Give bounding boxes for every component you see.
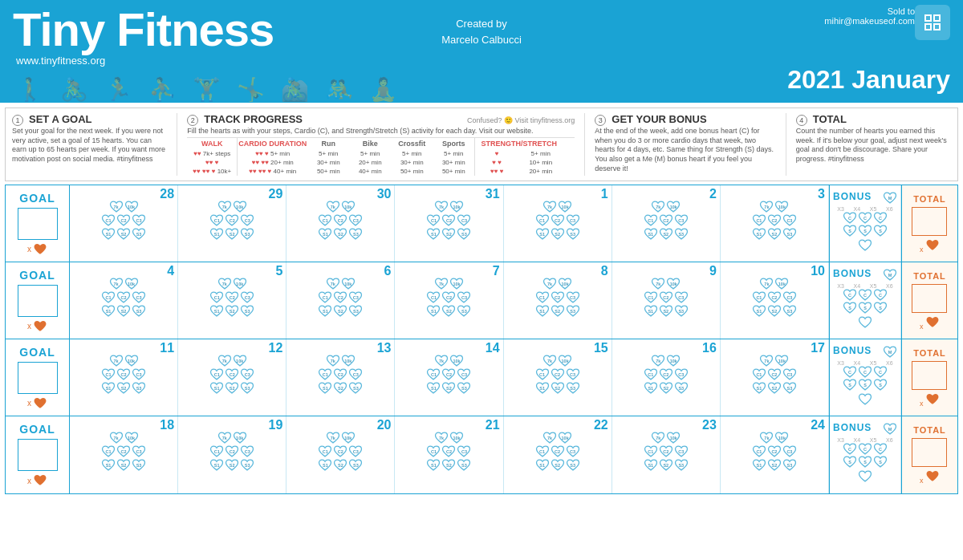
- day-cell: 17 7k 10k C1 C2 C3 S1 S2: [721, 339, 829, 416]
- total-cell: TOTAL x: [901, 416, 957, 493]
- day-cell: 30 7k 10k C1 C2 C3 S1 S2: [286, 185, 395, 262]
- col-strength: STRENGTH/STRETCH: [474, 138, 563, 149]
- total-input-box[interactable]: [912, 361, 947, 390]
- day-cell: 31 7k 10k C1 C2 C3 S1 S2: [395, 185, 503, 262]
- instruction-get-bonus: 3 GET YOUR BONUS At the end of the week,…: [595, 113, 775, 176]
- day-cell: 11 7k 10k C1 C2 C3 S1 S2: [70, 339, 178, 416]
- day-cell: 4 7k 10k C1 C2 C3 S1 S2: [70, 262, 178, 339]
- day-cell: 9 7k 10k C1 C2 C3 S1 S2: [612, 262, 721, 339]
- header-credit: Created by Marcelo Calbucci: [441, 16, 522, 47]
- col-bike: Bike: [349, 138, 391, 149]
- bonus-cell: BONUS M X3X4X5X6 C C C S: [829, 185, 901, 262]
- day-cell: 15 7k 10k C1 C2 C3 S1 S2: [504, 339, 612, 416]
- total-cell: TOTAL x: [901, 339, 957, 416]
- day-cell: 29 7k 10k C1 C2 C3 S1 S2: [178, 185, 286, 262]
- col-crossfit: Crossfit: [391, 138, 433, 149]
- goal-cell: GOAL x: [6, 262, 70, 339]
- svg-rect-1: [934, 15, 940, 21]
- day-cell: 14 7k 10k C1 C2 C3 S1 S2: [395, 339, 503, 416]
- total-input-box[interactable]: [912, 207, 947, 236]
- week-row: GOAL x 4 7k 10k C1 C2 C3: [6, 262, 957, 339]
- decorative-silhouettes: 🚶🚴🏃 ⛹🏋🤸 🚵🤼🧘: [0, 63, 963, 103]
- day-cell: 24 7k 10k C1 C2 C3 S1 S2: [721, 416, 829, 493]
- day-cell: 7 7k 10k C1 C2 C3 S1 S2: [395, 262, 503, 339]
- instruction-set-goal: 1 SET A GOAL Set your goal for the next …: [12, 113, 167, 176]
- total-input-box[interactable]: [912, 438, 947, 467]
- day-cell: 16 7k 10k C1 C2 C3 S1 S2: [612, 339, 721, 416]
- bonus-cell: BONUS M X3X4X5X6 C C C S: [829, 339, 901, 416]
- header-icon: [915, 5, 950, 40]
- day-cell: 5 7k 10k C1 C2 C3 S1 S2: [178, 262, 286, 339]
- svg-rect-0: [925, 15, 931, 21]
- total-cell: TOTAL x: [901, 185, 957, 262]
- svg-rect-3: [934, 24, 940, 30]
- instruction-track-progress: 2 TRACK PROGRESS Confused? 🙂 Visit tinyf…: [187, 113, 575, 176]
- week-row: GOAL x 11 7k 10k C1 C2 C3: [6, 339, 957, 416]
- day-cell: 2 7k 10k C1 C2 C3 S1 S2: [612, 185, 721, 262]
- calendar: GOAL x 28 7k 10k C1 C2 C3: [5, 185, 958, 494]
- app-header: Tiny Fitness www.tinyfitness.org Created…: [0, 0, 963, 103]
- total-cell: TOTAL x: [901, 262, 957, 339]
- day-cell: 10 7k 10k C1 C2 C3 S1 S2: [721, 262, 829, 339]
- sold-to-info: Sold to mihir@makeuseof.com: [824, 6, 915, 26]
- day-cell: 19 7k 10k C1 C2 C3 S1 S2: [178, 416, 286, 493]
- bonus-cell: BONUS M X3X4X5X6 C C C S: [829, 262, 901, 339]
- goal-cell: GOAL x: [6, 416, 70, 493]
- day-cell: 21 7k 10k C1 C2 C3 S1 S2: [395, 416, 503, 493]
- day-cell: 3 7k 10k C1 C2 C3 S1 S2: [721, 185, 829, 262]
- col-sports: Sports: [433, 138, 474, 149]
- col-cardio: CARDIO DURATION: [237, 138, 307, 149]
- day-cell: 20 7k 10k C1 C2 C3 S1 S2: [286, 416, 395, 493]
- goal-cell: GOAL x: [6, 185, 70, 262]
- day-cell: 23 7k 10k C1 C2 C3 S1 S2: [612, 416, 721, 493]
- day-cell: 18 7k 10k C1 C2 C3 S1 S2: [70, 416, 178, 493]
- goal-input-box[interactable]: [18, 439, 58, 471]
- bonus-cell: BONUS M X3X4X5X6 C C C S: [829, 416, 901, 493]
- goal-input-box[interactable]: [18, 362, 58, 394]
- day-cell: 22 7k 10k C1 C2 C3 S1 S2: [504, 416, 612, 493]
- day-cell: 13 7k 10k C1 C2 C3 S1 S2: [286, 339, 395, 416]
- week-row: GOAL x 18 7k 10k C1 C2 C3: [6, 416, 957, 493]
- day-cell: 8 7k 10k C1 C2 C3 S1 S2: [504, 262, 612, 339]
- col-run: Run: [307, 138, 349, 149]
- day-cell: 28 7k 10k C1 C2 C3 S1 S2: [70, 185, 178, 262]
- day-cell: 1 7k 10k C1 C2 C3 S1 S2: [504, 185, 612, 262]
- week-row: GOAL x 28 7k 10k C1 C2 C3: [6, 185, 957, 262]
- day-cell: 6 7k 10k C1 C2 C3 S1 S2: [286, 262, 395, 339]
- goal-input-box[interactable]: [18, 285, 58, 317]
- col-walk: WALK: [187, 138, 237, 149]
- total-input-box[interactable]: [912, 284, 947, 313]
- day-cell: 12 7k 10k C1 C2 C3 S1 S2: [178, 339, 286, 416]
- goal-input-box[interactable]: [18, 208, 58, 240]
- goal-cell: GOAL x: [6, 339, 70, 416]
- svg-rect-2: [925, 24, 931, 30]
- instruction-total: 4 TOTAL Count the number of hearts you e…: [796, 113, 951, 176]
- instructions-panel: 1 SET A GOAL Set your goal for the next …: [5, 108, 958, 181]
